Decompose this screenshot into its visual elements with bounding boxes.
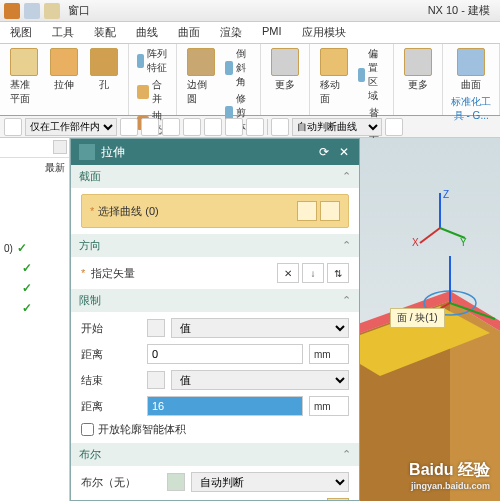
specify-vector-row: * 指定矢量 ✕ ↓ ⇅ [81, 263, 349, 283]
tab-curve[interactable]: 曲线 [126, 22, 168, 43]
ribbon: 基准平面 拉伸 孔 阵列特征 合并 抽壳 特征 边倒圆 倒斜角 修剪体 拔模 更… [0, 44, 500, 116]
sb-btn-7[interactable] [246, 118, 264, 136]
sb-btn-8[interactable] [271, 118, 289, 136]
menu-icon[interactable] [4, 118, 22, 136]
cube-icon [147, 319, 165, 337]
list-item[interactable]: 0)✓ [0, 238, 69, 258]
ribbon-group-sync: 移动面 偏置区域 替换面 删除面 同步建模 [310, 44, 394, 115]
section-header-section[interactable]: 截面⌃ [71, 165, 359, 188]
boolean-label: 布尔（无） [81, 475, 161, 490]
unite-button[interactable]: 合并 [135, 77, 170, 107]
collapse-icon: ⌃ [342, 239, 351, 252]
vector-reverse-icon[interactable]: ⇅ [327, 263, 349, 283]
list-item[interactable]: ✓ [0, 278, 69, 298]
dialog-title: 拉伸 [101, 144, 125, 161]
sb-btn-6[interactable] [225, 118, 243, 136]
ribbon-group-surface: 曲面 标准化工具 - G... [443, 44, 500, 115]
vector-infer-icon[interactable]: ↓ [302, 263, 324, 283]
main-area: 最新 0)✓ ✓ ✓ ✓ 拉伸 ⟳ ✕ 截面⌃ * 选择曲线 (0) [0, 138, 500, 501]
pattern-button[interactable]: 阵列特征 [135, 46, 170, 76]
select-body-icon[interactable] [327, 498, 349, 500]
extrude-button[interactable]: 拉伸 [46, 46, 82, 113]
curve-rule-icon[interactable] [320, 201, 340, 221]
panel-close-icon[interactable] [53, 140, 67, 154]
app-title: NX 10 - 建模 [428, 3, 496, 18]
open-profile-label: 开放轮廓智能体积 [98, 422, 186, 437]
qat-btn-1[interactable] [24, 3, 40, 19]
section-header-direction[interactable]: 方向⌃ [71, 234, 359, 257]
vector-dialog-icon[interactable]: ✕ [277, 263, 299, 283]
qat-btn-2[interactable] [44, 3, 60, 19]
cube-icon [147, 371, 165, 389]
section-header-boolean[interactable]: 布尔⌃ [71, 443, 359, 466]
distance1-label: 距离 [81, 347, 141, 362]
app-icon[interactable] [4, 3, 20, 19]
check-icon: ✓ [17, 241, 27, 255]
tab-tools[interactable]: 工具 [42, 22, 84, 43]
sb-btn-3[interactable] [162, 118, 180, 136]
dialog-titlebar[interactable]: 拉伸 ⟳ ✕ [71, 139, 359, 165]
boolean-select[interactable]: 自动判断 [191, 472, 349, 492]
tab-app[interactable]: 应用模块 [292, 22, 356, 43]
distance2-input[interactable] [147, 396, 303, 416]
sb-btn-2[interactable] [141, 118, 159, 136]
check-icon: ✓ [22, 301, 32, 315]
more-button-1[interactable]: 更多 [267, 46, 303, 94]
start-type-select[interactable]: 值 [171, 318, 349, 338]
filter-select-2[interactable]: 自动判断曲线 [292, 118, 382, 136]
quick-access-toolbar: 窗口 [4, 3, 90, 19]
distance1-input[interactable] [147, 344, 303, 364]
titlebar: 窗口 NX 10 - 建模 [0, 0, 500, 22]
sb-btn-1[interactable] [120, 118, 138, 136]
extrude-dialog: 拉伸 ⟳ ✕ 截面⌃ * 选择曲线 (0) 方向⌃ [70, 138, 360, 501]
tab-view[interactable]: 视图 [0, 22, 42, 43]
ribbon-group-more2: 更多 [394, 44, 443, 115]
list-item[interactable]: ✓ [0, 258, 69, 278]
ribbon-group-feature-small: 阵列特征 合并 抽壳 特征 [129, 44, 177, 115]
tab-assembly[interactable]: 装配 [84, 22, 126, 43]
select-body-row[interactable]: 选择体 (0) [81, 498, 349, 500]
view-triad-icon[interactable]: Z Y X [410, 188, 470, 248]
svg-text:Z: Z [443, 189, 449, 200]
check-icon: ✓ [22, 281, 32, 295]
watermark: Baidu 经验 jingyan.baidu.com [409, 460, 490, 491]
sb-btn-9[interactable] [385, 118, 403, 136]
datum-plane-button[interactable]: 基准平面 [6, 46, 42, 113]
ribbon-tabs: 视图 工具 装配 曲线 曲面 渲染 PMI 应用模块 [0, 22, 500, 44]
face-tooltip: 面 / 块(1) [390, 308, 445, 328]
offset-region-button[interactable]: 偏置区域 [356, 46, 387, 104]
unit-label[interactable]: mm [309, 396, 349, 416]
tab-surface[interactable]: 曲面 [168, 22, 210, 43]
section-header-limits[interactable]: 限制⌃ [71, 289, 359, 312]
required-icon: * [81, 267, 85, 279]
3d-viewport[interactable]: Z Y X 面 / 块(1) [360, 138, 500, 501]
dialog-options-icon[interactable]: ⟳ [317, 145, 331, 159]
recent-label: 最新 [0, 158, 69, 178]
list-item[interactable]: ✓ [0, 298, 69, 318]
distance2-label: 距离 [81, 399, 141, 414]
tab-pmi[interactable]: PMI [252, 22, 292, 43]
sketch-section-icon[interactable] [297, 201, 317, 221]
required-icon: * [90, 205, 94, 217]
surface-button[interactable]: 曲面 [449, 46, 493, 94]
more-button-2[interactable]: 更多 [400, 46, 436, 94]
select-curve-row[interactable]: * 选择曲线 (0) [81, 194, 349, 228]
dialog-close-icon[interactable]: ✕ [337, 145, 351, 159]
end-label: 结束 [81, 373, 141, 388]
filter-select-1[interactable]: 仅在工作部件内 [25, 118, 117, 136]
group-label-std: 标准化工具 - G... [449, 94, 493, 124]
sb-btn-4[interactable] [183, 118, 201, 136]
collapse-icon: ⌃ [342, 170, 351, 183]
chamfer-button[interactable]: 倒斜角 [223, 46, 254, 90]
hole-button[interactable]: 孔 [86, 46, 122, 113]
tab-render[interactable]: 渲染 [210, 22, 252, 43]
boolean-icon [167, 473, 185, 491]
ribbon-group-sketch: 基准平面 拉伸 孔 [0, 44, 129, 115]
window-menu[interactable]: 窗口 [68, 3, 90, 19]
sb-btn-5[interactable] [204, 118, 222, 136]
collapse-icon: ⌃ [342, 294, 351, 307]
unit-label[interactable]: mm [309, 344, 349, 364]
end-type-select[interactable]: 值 [171, 370, 349, 390]
open-profile-checkbox[interactable] [81, 423, 94, 436]
start-label: 开始 [81, 321, 141, 336]
